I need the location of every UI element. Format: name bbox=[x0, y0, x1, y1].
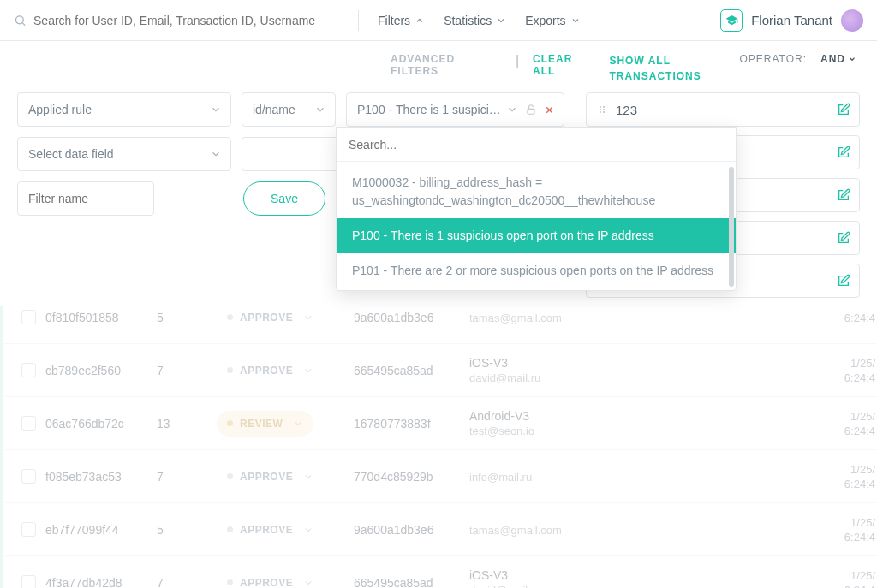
cell-status[interactable]: APPROVE bbox=[217, 464, 354, 490]
chevron-down-icon bbox=[848, 55, 856, 63]
svg-point-10 bbox=[603, 111, 605, 113]
row-checkbox[interactable] bbox=[11, 363, 45, 377]
table-row[interactable]: 4f3a77db42d8 7 APPROVE 665495ca85ad iOS-… bbox=[0, 556, 877, 588]
svg-point-9 bbox=[600, 111, 601, 113]
operator-value-toggle[interactable]: AND bbox=[820, 53, 856, 65]
cell-meta: info@mail.ru bbox=[469, 469, 752, 484]
rule-option-selected[interactable]: P100 - There is 1 suspicious open port o… bbox=[337, 218, 736, 253]
avatar[interactable] bbox=[841, 9, 863, 32]
cell-meta: iOS-V3 david@mail.ru bbox=[469, 568, 752, 588]
divider bbox=[358, 10, 359, 31]
svg-line-1 bbox=[22, 22, 25, 25]
chevron-down-icon bbox=[210, 104, 222, 116]
table-row[interactable]: cb789ec2f560 7 APPROVE 665495ca85ad iOS-… bbox=[0, 344, 877, 397]
show-all-transactions-link[interactable]: SHOW ALL TRANSACTIONS bbox=[609, 53, 712, 84]
cell-status[interactable]: APPROVE bbox=[217, 358, 354, 383]
cell-id: 0f810f501858 bbox=[45, 311, 157, 324]
rule-dropdown-search[interactable] bbox=[337, 128, 736, 162]
cell-status[interactable]: APPROVE bbox=[217, 570, 354, 589]
cell-id: 06ac766db72c bbox=[45, 417, 157, 431]
user-area: Florian Tanant bbox=[720, 9, 863, 32]
row-checkbox[interactable] bbox=[11, 575, 45, 588]
idname-label: id/name bbox=[253, 103, 295, 116]
top-links: Filters Statistics Exports bbox=[378, 14, 581, 27]
row-checkbox[interactable] bbox=[11, 469, 45, 484]
row-checkbox[interactable] bbox=[11, 416, 45, 431]
operator-label: OPERATOR: bbox=[739, 53, 807, 65]
select-data-field[interactable]: Select data field bbox=[17, 137, 231, 171]
rule-option[interactable]: M1000032 - billing_address_hash = us_was… bbox=[337, 165, 736, 218]
select-data-field-label: Select data field bbox=[28, 147, 114, 161]
cell-hash: 665495ca85ad bbox=[354, 364, 469, 377]
exports-menu-label: Exports bbox=[525, 14, 565, 27]
cell-status[interactable]: APPROVE bbox=[217, 305, 354, 330]
cell-status[interactable]: APPROVE bbox=[217, 517, 354, 543]
svg-point-5 bbox=[600, 106, 601, 108]
scrollbar[interactable] bbox=[729, 167, 734, 287]
table-row[interactable]: eb7f77099f44 5 APPROVE 9a600a1db3e6 tama… bbox=[0, 503, 877, 556]
table-row[interactable]: 06ac766db72c 13 REVIEW 16780773883f Andr… bbox=[0, 397, 877, 450]
saved-filter-label: 123 bbox=[616, 103, 637, 117]
chevron-down-icon bbox=[210, 148, 222, 160]
saved-filter-item[interactable]: 123 bbox=[586, 92, 860, 127]
operator-value-text: AND bbox=[820, 53, 845, 65]
cell-meta: tamas@gmail.com bbox=[469, 522, 752, 537]
rule-dropdown-list[interactable]: M1000032 - billing_address_hash = us_was… bbox=[337, 162, 736, 290]
cell-count: 5 bbox=[157, 311, 217, 324]
cell-date: 1/25/6:24:4 bbox=[752, 463, 877, 490]
cell-date: 1/25/6:24:4 bbox=[752, 410, 877, 437]
close-icon[interactable] bbox=[544, 104, 555, 116]
cell-count: 5 bbox=[157, 523, 217, 537]
edit-icon[interactable] bbox=[837, 188, 850, 202]
cell-count: 7 bbox=[157, 470, 217, 484]
chevron-down-icon bbox=[570, 15, 581, 26]
svg-point-8 bbox=[603, 109, 605, 110]
separator: | bbox=[516, 53, 519, 68]
cell-status[interactable]: REVIEW bbox=[217, 411, 354, 437]
cell-hash: 9a600a1db3e6 bbox=[354, 523, 469, 537]
global-search-input[interactable] bbox=[33, 14, 339, 27]
cell-meta: tamas@gmail.com bbox=[469, 310, 752, 324]
exports-menu[interactable]: Exports bbox=[525, 14, 580, 27]
edit-icon[interactable] bbox=[837, 274, 850, 288]
table-row[interactable]: f085eb73ac53 7 APPROVE 770d4c85929b info… bbox=[0, 450, 877, 503]
edit-icon[interactable] bbox=[837, 231, 850, 245]
rule-dropdown: M1000032 - billing_address_hash = us_was… bbox=[336, 127, 737, 291]
save-button[interactable]: Save bbox=[243, 181, 325, 216]
idname-select[interactable]: id/name bbox=[242, 92, 336, 127]
cell-count: 7 bbox=[157, 576, 217, 589]
svg-point-6 bbox=[603, 106, 605, 108]
statistics-menu[interactable]: Statistics bbox=[444, 14, 506, 27]
cell-hash: 9a600a1db3e6 bbox=[354, 311, 469, 324]
svg-rect-2 bbox=[528, 109, 534, 114]
chevron-down-icon bbox=[314, 104, 326, 116]
cell-date: 1/25/6:24:4 bbox=[752, 569, 877, 589]
rule-option[interactable]: P101 - There are 2 or more suspicious op… bbox=[337, 253, 736, 288]
rule-value-text: P100 - There is 1 suspicious bbox=[357, 103, 506, 116]
row-checkbox[interactable] bbox=[11, 522, 45, 537]
education-icon[interactable] bbox=[720, 9, 743, 32]
chevron-down-icon bbox=[506, 104, 518, 116]
filter-name-input[interactable] bbox=[17, 181, 154, 216]
search-wrap bbox=[14, 14, 339, 27]
user-name-label: Florian Tanant bbox=[751, 13, 832, 27]
filter-links-row: ADVANCED FILTERS | CLEAR ALL SHOW ALL TR… bbox=[17, 53, 860, 84]
statistics-menu-label: Statistics bbox=[444, 14, 492, 27]
cell-id: cb789ec2f560 bbox=[45, 364, 157, 377]
chevron-up-icon bbox=[415, 15, 425, 26]
edit-icon[interactable] bbox=[837, 103, 850, 116]
rule-value-select[interactable]: P100 - There is 1 suspicious bbox=[346, 92, 564, 127]
edit-icon[interactable] bbox=[837, 146, 850, 159]
applied-rule-select[interactable]: Applied rule bbox=[17, 92, 231, 127]
advanced-filters-link[interactable]: ADVANCED FILTERS bbox=[391, 53, 502, 77]
svg-point-7 bbox=[600, 109, 601, 110]
unlock-icon[interactable] bbox=[525, 104, 537, 116]
drag-handle-icon[interactable] bbox=[597, 104, 607, 115]
clear-all-link[interactable]: CLEAR ALL bbox=[533, 53, 595, 77]
cell-hash: 16780773883f bbox=[354, 417, 469, 431]
filters-menu[interactable]: Filters bbox=[378, 14, 425, 27]
cell-meta: Android-V3 test@seon.io bbox=[469, 409, 752, 437]
cell-count: 13 bbox=[157, 417, 217, 431]
cell-id: eb7f77099f44 bbox=[45, 523, 157, 537]
row-checkbox[interactable] bbox=[11, 310, 45, 324]
